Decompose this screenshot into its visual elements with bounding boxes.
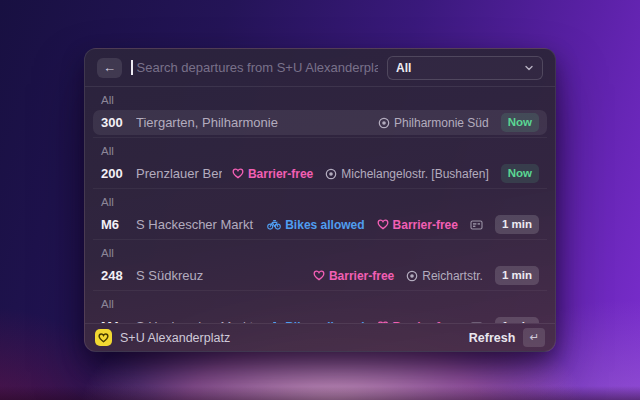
direction: Reichartstr.: [406, 269, 483, 283]
line-number: M6: [101, 217, 126, 232]
departure-row-m4[interactable]: M4 S Hackescher Markt Bikes allowed Barr…: [93, 314, 547, 323]
list-section: All 248 S Südkreuz Barrier-free: [93, 239, 547, 290]
refresh-action[interactable]: Refresh: [469, 331, 516, 345]
text-cursor: [131, 60, 133, 75]
footer-station-label: S+U Alexanderplatz: [120, 331, 461, 345]
filter-dropdown[interactable]: All: [387, 56, 543, 80]
departure-time-badge: 1 min: [495, 266, 539, 285]
barrier-free-tag: Barrier-free: [232, 167, 313, 181]
direction-label: Philharmonie Süd: [394, 116, 489, 130]
destination: S Hackescher Markt: [136, 217, 257, 232]
destination: Tiergarten, Philharmonie: [136, 115, 368, 130]
back-arrow-icon: ←: [103, 61, 116, 74]
departures-list: All 300 Tiergarten, Philharmonie Philhar…: [85, 87, 555, 323]
line-number: 300: [101, 115, 126, 130]
departure-time-badge: 1 min: [495, 215, 539, 234]
departure-row-248[interactable]: 248 S Südkreuz Barrier-free Reichartstr.: [93, 263, 547, 288]
line-number: 248: [101, 268, 126, 283]
departure-board-icon: [470, 219, 483, 231]
section-header: All: [93, 241, 547, 263]
footer-bar: S+U Alexanderplatz Refresh ↵: [85, 323, 555, 351]
heart-icon: [377, 219, 389, 230]
barrier-free-tag: Barrier-free: [313, 269, 394, 283]
section-header: All: [93, 190, 547, 212]
return-key-icon: ↵: [523, 328, 545, 346]
barrier-free-label: Barrier-free: [393, 218, 458, 232]
departure-row-200[interactable]: 200 Prenzlauer Berg, Michelangelostr. Ba…: [93, 161, 547, 186]
bikes-allowed-tag: Bikes allowed: [267, 218, 364, 232]
destination: Prenzlauer Berg, Michelangelostr.: [136, 166, 222, 181]
departure-row-m6[interactable]: M6 S Hackescher Markt Bikes allowed Barr…: [93, 212, 547, 237]
departure-time-badge: Now: [501, 164, 539, 183]
direction-target-icon: [378, 117, 390, 129]
barrier-free-tag: Barrier-free: [377, 218, 458, 232]
list-section: All 300 Tiergarten, Philharmonie Philhar…: [93, 87, 547, 137]
list-section: All M6 S Hackescher Markt Bikes allowed: [93, 188, 547, 239]
direction-label: Reichartstr.: [422, 269, 483, 283]
direction-target-icon: [406, 270, 418, 282]
list-section: All M4 S Hackescher Markt Bikes allowed: [93, 290, 547, 323]
bicycle-icon: [267, 219, 281, 230]
chevron-down-icon: [524, 63, 534, 73]
filter-dropdown-value: All: [396, 61, 411, 75]
back-button[interactable]: ←: [97, 58, 122, 78]
list-section: All 200 Prenzlauer Berg, Michelangelostr…: [93, 137, 547, 188]
departure-time-badge: Now: [501, 113, 539, 132]
line-number: 200: [101, 166, 126, 181]
direction-target-icon: [325, 168, 337, 180]
section-header: All: [93, 292, 547, 314]
search-input[interactable]: [137, 60, 379, 75]
section-header: All: [93, 88, 547, 110]
search-header: ← All: [85, 49, 555, 87]
bvg-app-icon: [95, 329, 112, 346]
section-header: All: [93, 139, 547, 161]
direction: Philharmonie Süd: [378, 116, 489, 130]
direction: Michelangelostr. [Bushafen]: [325, 167, 488, 181]
departures-window: ← All All 300 Tiergarten, Philharmonie: [84, 48, 556, 352]
departure-row-300[interactable]: 300 Tiergarten, Philharmonie Philharmoni…: [93, 110, 547, 135]
destination: S Südkreuz: [136, 268, 303, 283]
heart-icon: [313, 270, 325, 281]
direction-label: Michelangelostr. [Bushafen]: [341, 167, 488, 181]
bikes-allowed-label: Bikes allowed: [285, 218, 364, 232]
heart-icon: [232, 168, 244, 179]
barrier-free-label: Barrier-free: [248, 167, 313, 181]
barrier-free-label: Barrier-free: [329, 269, 394, 283]
